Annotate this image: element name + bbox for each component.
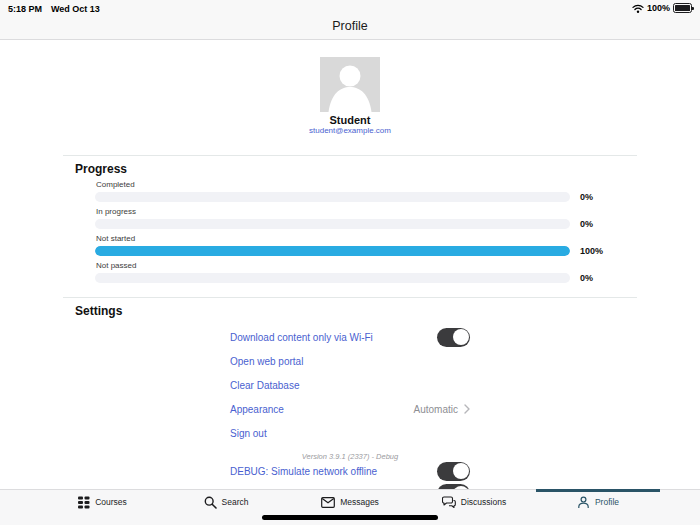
progress-list: Completed 0% In progress 0% Not started …	[95, 180, 610, 288]
version-row: Version 3.9.1 (2337) - Debug	[230, 445, 470, 459]
setting-row-debug-offline: DEBUG: Simulate network offline	[230, 459, 470, 483]
settings-section-title: Settings	[75, 304, 122, 318]
divider	[63, 155, 637, 156]
battery-percent: 100%	[647, 3, 670, 13]
person-silhouette-icon	[320, 57, 380, 112]
home-indicator[interactable]	[262, 515, 438, 520]
tab-profile[interactable]: Profile	[536, 490, 660, 514]
debug-offline-toggle[interactable]	[437, 462, 470, 481]
progress-section-title: Progress	[75, 162, 127, 176]
courses-grid-icon	[77, 496, 90, 509]
wifi-only-toggle[interactable]	[437, 328, 470, 347]
user-email-link[interactable]: student@example.com	[0, 126, 700, 135]
progress-row-not-passed: Not passed 0%	[95, 261, 610, 283]
battery-icon	[673, 3, 692, 13]
status-date: Wed Oct 13	[51, 4, 100, 14]
status-bar-right: 100%	[632, 3, 694, 13]
tab-label: Profile	[595, 497, 619, 507]
progress-row-completed: Completed 0%	[95, 180, 610, 202]
progress-label: Completed	[96, 180, 610, 189]
divider	[63, 297, 637, 298]
progress-label: In progress	[96, 207, 610, 216]
setting-row-clear-database: Clear Database	[230, 373, 470, 397]
progress-percent: 0%	[580, 192, 610, 202]
setting-row-wifi-only: Download content only via Wi-Fi	[230, 325, 470, 349]
tab-courses[interactable]: Courses	[40, 490, 164, 514]
debug-offline-label[interactable]: DEBUG: Simulate network offline	[230, 466, 377, 477]
progress-row-in-progress: In progress 0%	[95, 207, 610, 229]
progress-bar-fill	[95, 246, 570, 256]
open-web-portal-link[interactable]: Open web portal	[230, 356, 303, 367]
chevron-right-icon	[464, 404, 470, 414]
status-bar-left: 5:18 PM Wed Oct 13	[8, 4, 100, 14]
progress-percent: 0%	[580, 219, 610, 229]
top-bar: 5:18 PM Wed Oct 13 100% Profile	[0, 0, 700, 40]
appearance-label[interactable]: Appearance	[230, 404, 284, 415]
tab-label: Courses	[95, 497, 127, 507]
setting-row-appearance[interactable]: Appearance Automatic	[230, 397, 470, 421]
tab-bar-items: Courses Search Messages Discussions	[40, 490, 660, 514]
toggle-knob	[453, 463, 469, 479]
setting-row-web-portal: Open web portal	[230, 349, 470, 373]
setting-row-sign-out: Sign out	[230, 421, 470, 445]
tab-discussions[interactable]: Discussions	[412, 490, 536, 514]
app-version-text: Version 3.9.1 (2337) - Debug	[302, 452, 398, 461]
progress-bar-track	[95, 246, 570, 256]
tab-messages[interactable]: Messages	[288, 490, 412, 514]
tab-label: Discussions	[461, 497, 506, 507]
user-name: Student	[0, 114, 700, 126]
toggle-knob	[453, 329, 469, 345]
tab-label: Search	[222, 497, 249, 507]
progress-row-not-started: Not started 100%	[95, 234, 610, 256]
settings-list: Download content only via Wi-Fi Open web…	[230, 325, 470, 483]
progress-label: Not passed	[96, 261, 610, 270]
progress-label: Not started	[96, 234, 610, 243]
envelope-icon	[321, 497, 335, 508]
progress-percent: 100%	[580, 246, 610, 256]
clear-database-link[interactable]: Clear Database	[230, 380, 299, 391]
chat-bubbles-icon	[442, 496, 456, 508]
progress-bar-track	[95, 192, 570, 202]
person-icon	[577, 496, 590, 509]
tab-label: Messages	[340, 497, 379, 507]
wifi-only-label[interactable]: Download content only via Wi-Fi	[230, 332, 373, 343]
progress-percent: 0%	[580, 273, 610, 283]
tab-search[interactable]: Search	[164, 490, 288, 514]
progress-bar-track	[95, 273, 570, 283]
page-title: Profile	[0, 19, 700, 33]
status-time: 5:18 PM	[8, 4, 42, 14]
sign-out-link[interactable]: Sign out	[230, 428, 267, 439]
avatar[interactable]	[320, 57, 380, 112]
wifi-icon	[632, 4, 644, 13]
appearance-value: Automatic	[414, 404, 458, 415]
search-icon	[204, 496, 217, 509]
profile-screen: 5:18 PM Wed Oct 13 100% Profile Student …	[0, 0, 700, 525]
progress-bar-track	[95, 219, 570, 229]
